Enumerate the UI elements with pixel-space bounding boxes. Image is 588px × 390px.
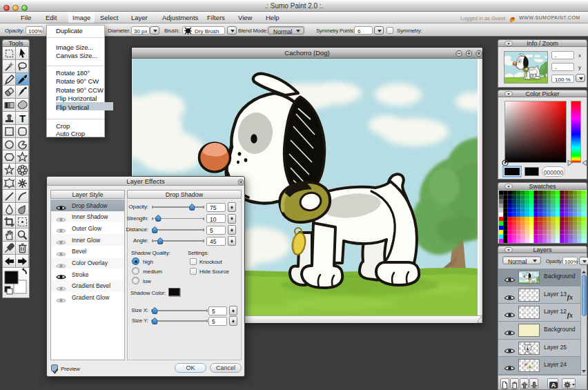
- svg-text:T: T: [19, 113, 26, 124]
- svg-text:A: A: [551, 382, 556, 389]
